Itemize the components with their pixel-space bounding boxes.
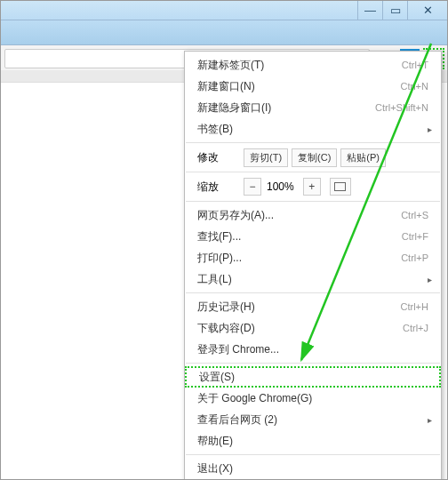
menu-separator [186, 454, 440, 455]
menu-find[interactable]: 查找(F)... Ctrl+F [185, 226, 441, 247]
menu-label: 打印(P)... [197, 251, 401, 266]
menu-label: 网页另存为(A)... [197, 208, 401, 223]
menu-label: 登录到 Chrome... [197, 342, 428, 357]
menu-separator [186, 363, 440, 364]
menu-shortcut: Ctrl+Shift+N [375, 102, 428, 113]
menu-label: 退出(X) [197, 461, 428, 476]
menu-label: 查找(F)... [197, 229, 402, 244]
paste-button[interactable]: 粘贴(P) [340, 148, 386, 167]
chrome-menu: 新建标签页(T) Ctrl+T 新建窗口(N) Ctrl+N 新建隐身窗口(I)… [184, 51, 442, 480]
close-button[interactable]: ✕ [407, 1, 447, 20]
menu-help[interactable]: 帮助(E) [185, 430, 441, 452]
minimize-button[interactable]: — [357, 1, 382, 20]
menu-label: 修改 [197, 150, 240, 165]
menu-save-as[interactable]: 网页另存为(A)... Ctrl+S [185, 204, 441, 226]
menu-label: 新建隐身窗口(I) [197, 100, 375, 116]
menu-label: 缩放 [197, 180, 240, 195]
menu-signin[interactable]: 登录到 Chrome... [185, 339, 441, 360]
menu-separator [186, 292, 440, 293]
menu-shortcut: Ctrl+J [403, 323, 428, 333]
zoom-value: 100% [267, 180, 294, 193]
menu-exit[interactable]: 退出(X) [185, 458, 441, 479]
menu-label: 新建窗口(N) [197, 79, 401, 94]
menu-separator [186, 172, 440, 172]
menu-new-tab[interactable]: 新建标签页(T) Ctrl+T [185, 54, 441, 76]
menu-shortcut: Ctrl+P [401, 252, 428, 263]
menu-label: 下载内容(D) [197, 321, 403, 336]
menu-print[interactable]: 打印(P)... Ctrl+P [185, 247, 441, 268]
menu-label: 帮助(E) [197, 434, 428, 449]
menu-shortcut: Ctrl+S [401, 210, 428, 220]
fullscreen-button[interactable] [330, 178, 351, 196]
zoom-in-button[interactable]: + [303, 178, 321, 196]
window-titlebar: — ▭ ✕ [1, 1, 447, 20]
menu-label: 新建标签页(T) [197, 58, 402, 73]
menu-separator [186, 201, 440, 202]
menu-shortcut: Ctrl+N [401, 81, 428, 92]
cut-button[interactable]: 剪切(T) [244, 148, 288, 167]
menu-shortcut: Ctrl+T [402, 60, 428, 70]
menu-edit-row: 修改 剪切(T) 复制(C) 粘贴(P) [185, 146, 441, 169]
menu-incognito[interactable]: 新建隐身窗口(I) Ctrl+Shift+N [185, 97, 441, 118]
menu-downloads[interactable]: 下载内容(D) Ctrl+J [185, 317, 441, 339]
menu-zoom-row: 缩放 − 100% + [185, 175, 441, 198]
menu-label: 关于 Google Chrome(G) [197, 391, 428, 406]
menu-history[interactable]: 历史记录(H) Ctrl+H [185, 296, 441, 317]
menu-label: 书签(B) [197, 122, 428, 137]
menu-bookmarks[interactable]: 书签(B) [185, 118, 441, 140]
tab-strip [1, 20, 447, 45]
menu-tools[interactable]: 工具(L) [185, 268, 441, 290]
menu-background-pages[interactable]: 查看后台网页 (2) [185, 409, 441, 430]
menu-label: 工具(L) [197, 272, 428, 287]
menu-label: 查看后台网页 (2) [197, 412, 428, 428]
copy-button[interactable]: 复制(C) [292, 148, 337, 167]
menu-label: 设置(S) [199, 370, 427, 385]
menu-separator [186, 142, 440, 143]
menu-shortcut: Ctrl+F [402, 231, 428, 242]
zoom-out-button[interactable]: − [244, 178, 261, 196]
maximize-button[interactable]: ▭ [382, 1, 407, 20]
menu-new-window[interactable]: 新建窗口(N) Ctrl+N [185, 76, 441, 97]
menu-label: 历史记录(H) [197, 300, 401, 315]
menu-about[interactable]: 关于 Google Chrome(G) [185, 388, 441, 409]
menu-shortcut: Ctrl+H [401, 301, 428, 312]
menu-settings[interactable]: 设置(S) [185, 366, 441, 388]
